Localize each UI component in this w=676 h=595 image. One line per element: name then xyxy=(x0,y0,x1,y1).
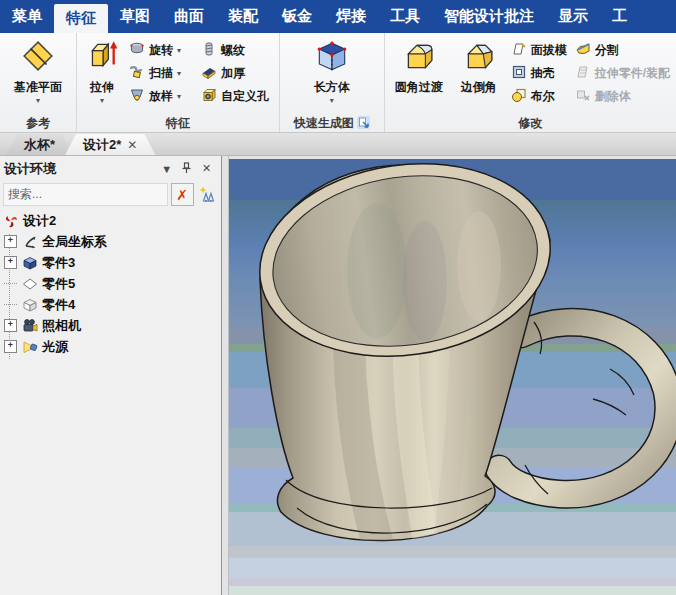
boolean-icon xyxy=(511,87,527,106)
cad-application-window: 菜单 特征 草图 曲面 装配 钣金 焊接 工具 智能设计批注 显示 工 xyxy=(0,0,676,595)
thread-button[interactable]: 螺纹 xyxy=(197,39,277,62)
custom-hole-icon xyxy=(201,87,217,106)
panel-pin-icon[interactable] xyxy=(177,162,197,176)
document-tab-bar: 水杯* 设计2* ✕ xyxy=(0,133,676,156)
dropdown-caret-icon: ▾ xyxy=(177,46,181,55)
shell-button[interactable]: 抽壳 xyxy=(507,62,571,85)
dropdown-caret-icon: ▾ xyxy=(177,69,181,78)
box-primitive-button[interactable]: 长方体 ▾ xyxy=(297,35,367,115)
panel-scrollbar[interactable] xyxy=(222,156,229,595)
feature-small-column-2: 螺纹 加厚 xyxy=(197,35,277,115)
tab-close-icon[interactable]: ✕ xyxy=(127,138,137,152)
tree-item-part5[interactable]: 零件5 xyxy=(0,273,221,294)
search-input[interactable]: 搜索... xyxy=(3,183,168,206)
menu-item-tezheng-active[interactable]: 特征 xyxy=(54,4,108,33)
dropdown-caret-icon: ▾ xyxy=(330,98,334,104)
datum-plane-button[interactable]: 基准平面 ▾ xyxy=(2,35,74,115)
stretch-part-icon xyxy=(575,64,591,83)
ribbon-group-label-modify: 修改 xyxy=(385,115,676,132)
design-root-icon xyxy=(2,213,19,229)
modify-small-column-2: 分割 拉伸零件/装配 xyxy=(571,35,674,115)
boolean-button[interactable]: 布尔 xyxy=(507,85,571,108)
ribbon-group-feature: 拉伸 ▾ 旋转 ▾ xyxy=(77,33,280,132)
menu-item-hanjie[interactable]: 焊接 xyxy=(324,0,378,33)
ribbon-group-label-reference: 参考 xyxy=(0,115,76,132)
revolve-icon xyxy=(129,41,145,60)
tree-item-part4[interactable]: 零件4 xyxy=(0,294,221,315)
chamfer-icon xyxy=(462,39,496,77)
tree-expander-icon[interactable]: + xyxy=(4,235,17,248)
search-filter-icon[interactable] xyxy=(197,184,218,205)
panel-dropdown-icon[interactable]: ▼ xyxy=(157,163,177,175)
menu-item-zhuangpei[interactable]: 装配 xyxy=(216,0,270,33)
custom-hole-button[interactable]: 自定义孔 xyxy=(197,85,277,108)
dialog-launcher-icon[interactable] xyxy=(357,116,370,132)
dropdown-caret-icon: ▾ xyxy=(177,92,181,101)
tree-root-design2[interactable]: 设计2 xyxy=(0,210,221,231)
menu-item-banjin[interactable]: 钣金 xyxy=(270,0,324,33)
search-row: 搜索... ✗ xyxy=(0,181,221,208)
thicken-button[interactable]: 加厚 xyxy=(197,62,277,85)
mug-handle xyxy=(499,322,669,494)
menu-item-gongju[interactable]: 工具 xyxy=(378,0,432,33)
box-primitive-icon xyxy=(314,39,350,77)
document-tab-shuibei[interactable]: 水杯* xyxy=(6,134,73,155)
dropdown-caret-icon: ▾ xyxy=(100,98,104,104)
loft-button[interactable]: 放样 ▾ xyxy=(125,85,197,108)
stretch-part-button[interactable]: 拉伸零件/装配 xyxy=(571,62,674,85)
fillet-icon xyxy=(402,39,436,77)
tree-item-camera[interactable]: + 照相机 xyxy=(0,315,221,336)
fillet-button[interactable]: 圆角过渡 xyxy=(387,35,451,115)
tree-stub-line xyxy=(4,283,17,284)
loft-icon xyxy=(129,87,145,106)
tree-item-global-coordinate-system[interactable]: + 全局坐标系 xyxy=(0,231,221,252)
ribbon-group-label-feature: 特征 xyxy=(77,115,279,132)
menu-bar: 菜单 特征 草图 曲面 装配 钣金 焊接 工具 智能设计批注 显示 工 xyxy=(0,0,676,33)
menu-item-caotu[interactable]: 草图 xyxy=(108,0,162,33)
mug-model xyxy=(229,156,676,595)
menu-item-gong-clipped[interactable]: 工 xyxy=(600,0,639,33)
panel-close-icon[interactable]: ✕ xyxy=(197,162,217,175)
split-button[interactable]: 分割 xyxy=(571,39,674,62)
face-draft-button[interactable]: 面拔模 xyxy=(507,39,571,62)
tree-expander-icon[interactable]: + xyxy=(4,319,17,332)
feature-tree: 设计2 + 全局坐标系 + xyxy=(0,208,221,595)
light-source-icon xyxy=(21,339,38,355)
tree-item-light-source[interactable]: + 光源 xyxy=(0,336,221,357)
3d-viewport[interactable] xyxy=(229,156,676,595)
part-solid-icon xyxy=(21,255,38,271)
sweep-button[interactable]: 扫描 ▾ xyxy=(125,62,197,85)
panel-title: 设计环境 xyxy=(4,160,157,178)
part-box-icon xyxy=(21,297,38,313)
dropdown-caret-icon: ▾ xyxy=(36,98,40,104)
ribbon-group-modify: 圆角过渡 边倒角 xyxy=(385,33,676,132)
sweep-icon xyxy=(129,64,145,83)
ribbon-toolbar: 基准平面 ▾ 参考 xyxy=(0,33,676,133)
tree-expander-icon[interactable]: + xyxy=(4,340,17,353)
coordinate-system-icon xyxy=(21,234,38,250)
revolve-button[interactable]: 旋转 ▾ xyxy=(125,39,197,62)
chamfer-button[interactable]: 边倒角 xyxy=(451,35,507,115)
camera-icon xyxy=(21,318,38,334)
extrude-button[interactable]: 拉伸 ▾ xyxy=(79,35,125,115)
extrude-icon xyxy=(85,39,119,77)
thread-icon xyxy=(201,41,217,60)
design-environment-panel: 设计环境 ▼ ✕ 搜索... ✗ xyxy=(0,156,222,595)
tree-item-part3[interactable]: + 零件3 xyxy=(0,252,221,273)
ribbon-group-reference: 基准平面 ▾ 参考 xyxy=(0,33,77,132)
split-icon xyxy=(575,41,591,60)
ribbon-group-quickshape: 长方体 ▾ 快速生成图 xyxy=(280,33,385,132)
panel-header: 设计环境 ▼ ✕ xyxy=(0,156,221,181)
ribbon-group-label-quickshape: 快速生成图 xyxy=(280,115,384,132)
menu-item-caidan[interactable]: 菜单 xyxy=(0,0,54,33)
tree-expander-icon[interactable]: + xyxy=(4,256,17,269)
delete-body-button[interactable]: 删除体 xyxy=(571,85,674,108)
feature-small-column-1: 旋转 ▾ 扫描 ▾ xyxy=(125,35,197,115)
clear-search-button[interactable]: ✗ xyxy=(171,183,194,206)
delete-body-icon xyxy=(575,87,591,106)
menu-item-zhineng[interactable]: 智能设计批注 xyxy=(432,0,546,33)
tree-stub-line xyxy=(4,304,17,305)
menu-item-qumian[interactable]: 曲面 xyxy=(162,0,216,33)
document-tab-sheji2[interactable]: 设计2* ✕ xyxy=(65,134,155,155)
menu-item-xianshi[interactable]: 显示 xyxy=(546,0,600,33)
